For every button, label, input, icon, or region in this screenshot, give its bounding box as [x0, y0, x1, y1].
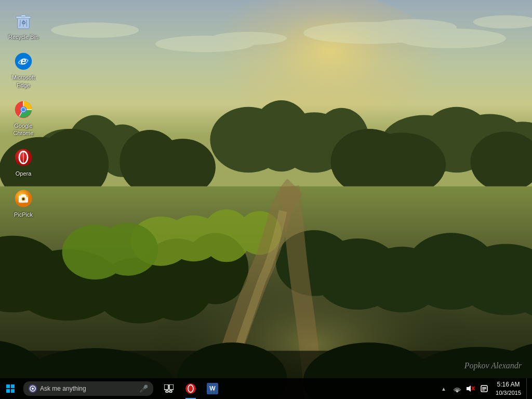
svg-rect-107: [482, 390, 485, 391]
taskbar: Ask me anything 🎤: [0, 378, 532, 399]
svg-rect-105: [482, 387, 486, 388]
action-center-icon[interactable]: [478, 378, 490, 399]
edge-svg: e: [14, 52, 33, 71]
date-display: 10/3/2015: [496, 389, 521, 396]
chrome-svg: [14, 100, 33, 119]
svg-rect-88: [169, 384, 174, 390]
start-button[interactable]: [0, 378, 21, 399]
picpick-svg: [14, 189, 33, 208]
search-bar[interactable]: Ask me anything 🎤: [23, 381, 153, 396]
opera-icon[interactable]: Opera: [3, 144, 44, 180]
svg-point-6: [210, 32, 287, 45]
recycle-bin-svg: ♻: [14, 11, 33, 31]
network-svg: [453, 385, 461, 392]
svg-line-57: [20, 20, 20, 26]
svg-rect-87: [164, 384, 168, 390]
watermark: Popkov Alexandr: [464, 361, 522, 370]
svg-point-4: [396, 29, 506, 48]
opera-svg: [14, 148, 33, 167]
show-hidden-icons-button[interactable]: ▲: [437, 378, 450, 399]
svg-rect-79: [21, 194, 26, 196]
svg-line-59: [26, 20, 27, 26]
action-center-svg: [481, 385, 488, 392]
svg-rect-106: [482, 389, 486, 390]
volume-svg: [466, 384, 475, 393]
svg-point-86: [32, 388, 34, 390]
chrome-label: Google Chrome: [5, 122, 42, 137]
wallpaper: [0, 0, 532, 399]
edge-label: Microsoft Edge: [5, 74, 42, 89]
task-view-icon: [164, 384, 174, 393]
svg-point-100: [457, 391, 458, 392]
clock-area[interactable]: 5:16 AM 10/3/2015: [491, 378, 525, 399]
opera-label: Opera: [16, 170, 32, 177]
svg-text:e: e: [20, 56, 26, 67]
svg-point-7: [51, 22, 139, 38]
time-display: 5:16 AM: [497, 381, 520, 389]
search-placeholder: Ask me anything: [40, 385, 137, 392]
chevron-up-icon: ▲: [441, 386, 446, 392]
desktop-icons: ♻ Recycle Bin e Microsoft Edge: [0, 5, 47, 223]
volume-icon[interactable]: [464, 378, 477, 399]
system-tray: ▲: [437, 378, 532, 399]
svg-rect-83: [6, 389, 10, 393]
svg-point-46: [98, 223, 158, 275]
task-view-button[interactable]: [158, 378, 179, 399]
svg-rect-82: [11, 384, 15, 388]
svg-point-66: [21, 108, 25, 111]
windows-logo: [6, 384, 15, 393]
svg-rect-84: [11, 389, 15, 393]
word-taskbar-button[interactable]: W: [202, 378, 223, 399]
svg-rect-89: [166, 391, 168, 392]
opera-taskbar-icon: [185, 383, 196, 394]
picpick-label: PicPick: [14, 211, 33, 218]
desktop: ♻ Recycle Bin e Microsoft Edge: [0, 0, 532, 399]
show-desktop-button[interactable]: [526, 378, 529, 399]
svg-rect-56: [21, 15, 26, 17]
cortana-svg: [30, 385, 36, 392]
picpick-icon[interactable]: PicPick: [3, 185, 44, 221]
svg-rect-95: [208, 390, 217, 394]
recycle-bin-icon[interactable]: ♻ Recycle Bin: [3, 8, 44, 43]
microphone-icon[interactable]: 🎤: [139, 384, 148, 393]
cortana-icon: [29, 384, 37, 393]
network-icon[interactable]: [451, 378, 463, 399]
opera-taskbar-button[interactable]: [180, 378, 201, 399]
svg-rect-90: [169, 391, 172, 392]
svg-text:♻: ♻: [21, 20, 26, 25]
svg-marker-101: [467, 385, 471, 392]
svg-point-80: [26, 196, 28, 197]
svg-point-78: [22, 197, 25, 200]
google-chrome-icon[interactable]: Google Chrome: [3, 97, 44, 140]
taskbar-pinned-apps: W: [158, 378, 223, 399]
microsoft-edge-icon[interactable]: e Microsoft Edge: [3, 48, 44, 91]
word-taskbar-icon: W: [207, 383, 218, 394]
recycle-bin-label: Recycle Bin: [8, 33, 38, 41]
svg-rect-81: [6, 384, 10, 388]
